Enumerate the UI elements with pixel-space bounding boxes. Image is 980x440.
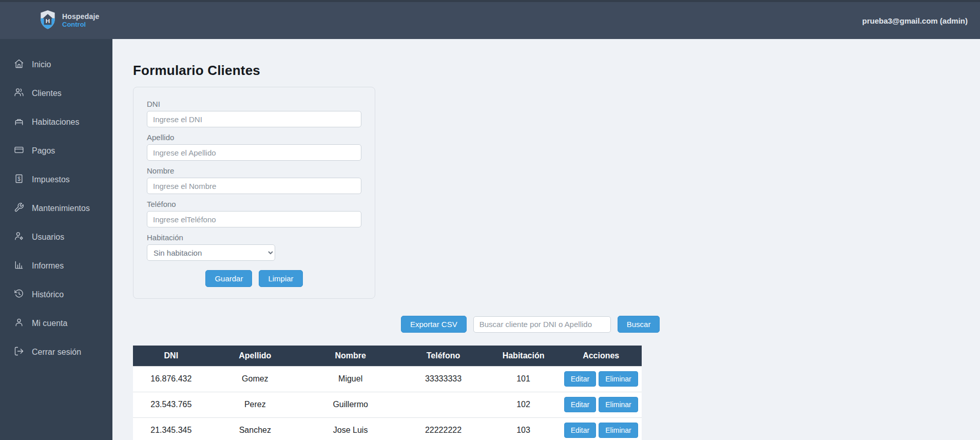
person-icon	[14, 317, 24, 330]
cell-telefono	[400, 392, 486, 417]
home-icon	[14, 59, 24, 71]
edit-button[interactable]: Editar	[564, 397, 597, 412]
cell-nombre: Jose Luis	[301, 417, 400, 440]
sidebar-item-inicio[interactable]: Inicio	[0, 50, 112, 79]
cell-telefono: 33333333	[400, 366, 486, 392]
sidebar-item-pagos[interactable]: Pagos	[0, 137, 112, 165]
sidebar-item-label: Informes	[32, 261, 64, 271]
svg-text:H: H	[46, 17, 50, 24]
client-form-card: DNI Apellido Nombre Teléfono Habitación …	[133, 87, 375, 299]
table-toolbar: Exportar CSV Buscar	[401, 316, 980, 333]
nombre-input[interactable]	[147, 178, 361, 194]
page-title: Formulario Clientes	[133, 63, 980, 79]
edit-button[interactable]: Editar	[564, 423, 597, 438]
delete-button[interactable]: Eliminar	[599, 423, 638, 438]
cell-apellido: Gomez	[209, 366, 301, 392]
sidebar-item-label: Clientes	[32, 89, 62, 98]
sidebar-item-clientes[interactable]: Clientes	[0, 79, 112, 108]
cell-habitacion: 102	[487, 392, 561, 417]
cell-telefono: 22222222	[400, 417, 486, 440]
table-header-row: DNI Apellido Nombre Teléfono Habitación …	[133, 346, 642, 366]
wrench-icon	[14, 202, 24, 215]
cell-habitacion: 101	[487, 366, 561, 392]
habitacion-label: Habitación	[147, 233, 361, 242]
delete-button[interactable]: Eliminar	[599, 397, 638, 412]
cell-dni: 16.876.432	[133, 366, 209, 392]
export-csv-button[interactable]: Exportar CSV	[401, 316, 467, 333]
clients-table: DNI Apellido Nombre Teléfono Habitación …	[133, 346, 642, 440]
habitacion-select[interactable]: Sin habitacion	[147, 244, 275, 261]
people-icon	[14, 87, 24, 100]
sidebar-item-label: Mi cuenta	[32, 319, 67, 328]
logged-in-user: prueba3@gmail.com (admin)	[862, 16, 968, 25]
apellido-label: Apellido	[147, 133, 361, 142]
sidebar-item-mantenimientos[interactable]: Mantenimientos	[0, 194, 112, 223]
clear-button[interactable]: Limpiar	[259, 270, 302, 287]
sidebar-item-label: Mantenimientos	[32, 204, 90, 213]
cell-nombre: Guillermo	[301, 392, 400, 417]
cell-dni: 23.543.765	[133, 392, 209, 417]
table-row: 21.345.345 Sanchez Jose Luis 22222222 10…	[133, 417, 642, 440]
bar-chart-icon	[14, 260, 24, 272]
search-input[interactable]	[473, 316, 611, 333]
apellido-input[interactable]	[147, 144, 361, 161]
sidebar-item-usuarios[interactable]: Usuarios	[0, 223, 112, 252]
dni-label: DNI	[147, 100, 361, 108]
user-gear-icon	[14, 231, 24, 243]
sidebar-item-label: Habitaciones	[32, 118, 80, 127]
history-clock-icon	[14, 289, 24, 301]
dni-input[interactable]	[147, 111, 361, 127]
column-header-apellido: Apellido	[209, 346, 301, 366]
sidebar-item-label: Impuestos	[32, 175, 70, 184]
sidebar: Inicio Clientes Habitaciones Pagos $ Imp…	[0, 39, 112, 440]
nombre-label: Nombre	[147, 166, 361, 175]
save-button[interactable]: Guardar	[205, 270, 252, 287]
cell-apellido: Sanchez	[209, 417, 301, 440]
sidebar-item-cerrar-sesion[interactable]: Cerrar sesión	[0, 338, 112, 367]
sidebar-item-informes[interactable]: Informes	[0, 252, 112, 280]
bed-icon	[14, 116, 24, 128]
cell-habitacion: 103	[487, 417, 561, 440]
sidebar-item-label: Pagos	[32, 146, 55, 156]
shield-house-logo-icon: H	[39, 9, 57, 32]
cell-dni: 21.345.345	[133, 417, 209, 440]
sidebar-item-label: Cerrar sesión	[32, 348, 81, 357]
sidebar-item-habitaciones[interactable]: Habitaciones	[0, 108, 112, 137]
column-header-acciones: Acciones	[560, 346, 642, 366]
sidebar-item-impuestos[interactable]: $ Impuestos	[0, 165, 112, 194]
receipt-dollar-icon: $	[14, 174, 24, 186]
column-header-telefono: Teléfono	[400, 346, 486, 366]
column-header-dni: DNI	[133, 346, 209, 366]
cell-nombre: Miguel	[301, 366, 400, 392]
sidebar-item-label: Usuarios	[32, 233, 64, 242]
logo-title: Hospedaje	[62, 13, 100, 21]
svg-text:$: $	[17, 176, 21, 182]
logo-subtitle: Control	[62, 21, 100, 28]
top-bar: H Hospedaje Control prueba3@gmail.com (a…	[0, 2, 980, 39]
telefono-input[interactable]	[147, 211, 361, 227]
sidebar-item-label: Histórico	[32, 290, 64, 299]
main-content: Formulario Clientes DNI Apellido Nombre …	[112, 39, 980, 440]
app-logo: H Hospedaje Control	[39, 9, 100, 32]
cell-apellido: Perez	[209, 392, 301, 417]
search-button[interactable]: Buscar	[618, 316, 660, 333]
edit-button[interactable]: Editar	[564, 371, 597, 387]
column-header-nombre: Nombre	[301, 346, 400, 366]
sidebar-item-mi-cuenta[interactable]: Mi cuenta	[0, 309, 112, 338]
logout-icon	[14, 346, 24, 358]
table-row: 23.543.765 Perez Guillermo 102 Editar El…	[133, 392, 642, 417]
telefono-label: Teléfono	[147, 200, 361, 208]
delete-button[interactable]: Eliminar	[599, 371, 638, 387]
column-header-habitacion: Habitación	[487, 346, 561, 366]
sidebar-item-label: Inicio	[32, 60, 51, 69]
credit-card-icon	[14, 145, 24, 157]
sidebar-item-historico[interactable]: Histórico	[0, 280, 112, 309]
table-row: 16.876.432 Gomez Miguel 33333333 101 Edi…	[133, 366, 642, 392]
